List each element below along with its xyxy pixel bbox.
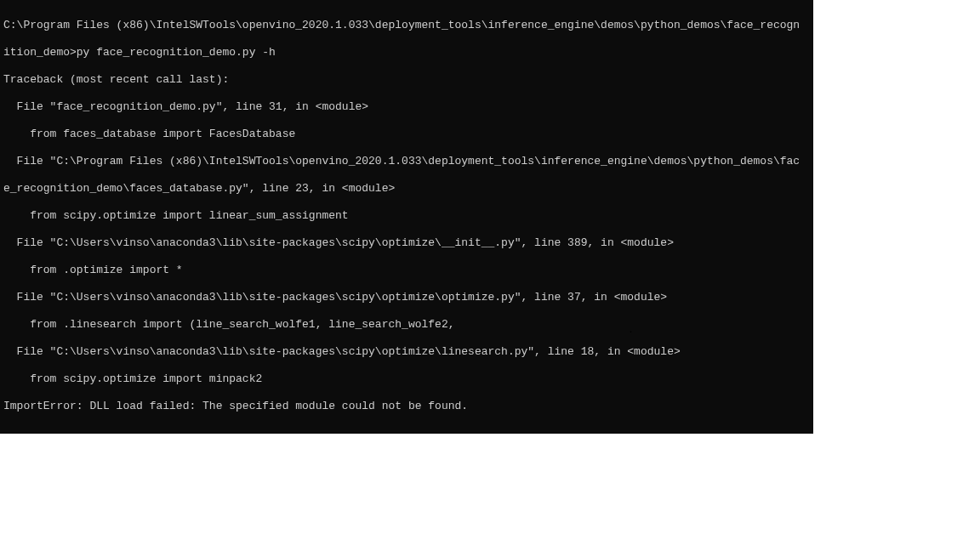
terminal-line: File "C:\Users\vinso\anaconda3\lib\site-… [3,345,810,359]
terminal-line: from .linesearch import (line_search_wol… [3,318,810,332]
terminal-line: from scipy.optimize import linear_sum_as… [3,209,810,223]
terminal-window[interactable]: C:\Program Files (x86)\IntelSWTools\open… [0,0,813,434]
terminal-line: ImportError: DLL load failed: The specif… [3,400,810,413]
terminal-line: File "C:\Program Files (x86)\IntelSWTool… [3,155,810,168]
terminal-line: File "face_recognition_demo.py", line 31… [3,100,810,114]
terminal-line: from scipy.optimize import minpack2 [3,372,810,386]
terminal-line: ition_demo>py face_recognition_demo.py -… [3,46,810,60]
terminal-line: File "C:\Users\vinso\anaconda3\lib\site-… [3,236,810,250]
terminal-line: File "C:\Users\vinso\anaconda3\lib\site-… [3,291,810,304]
terminal-line: from .optimize import * [3,264,810,277]
stray-dot: . [630,323,632,336]
terminal-line: e_recognition_demo\faces_database.py", l… [3,182,810,196]
terminal-line: from faces_database import FacesDatabase [3,128,810,141]
terminal-line: C:\Program Files (x86)\IntelSWTools\open… [3,19,810,32]
terminal-line: Traceback (most recent call last): [3,73,810,87]
